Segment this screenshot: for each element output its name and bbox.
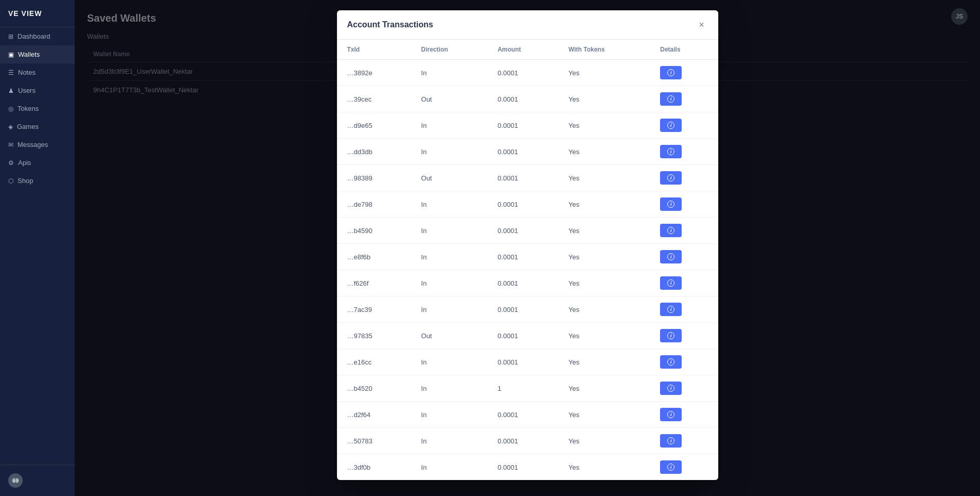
details-button[interactable]: i [660, 171, 682, 185]
col-direction: Direction [411, 40, 487, 60]
tx-details: i [650, 165, 718, 191]
details-button[interactable]: i [660, 197, 682, 211]
tx-direction: In [411, 218, 487, 244]
games-icon: ◈ [8, 123, 13, 130]
info-icon: i [667, 148, 674, 155]
tx-amount: 0.0001 [487, 402, 559, 428]
sidebar-bottom: 69 [0, 465, 75, 496]
sidebar-item-notes[interactable]: ☰ Notes [0, 63, 75, 81]
tx-with-tokens: Yes [558, 218, 650, 244]
sidebar-avatar: 69 [8, 473, 23, 488]
info-icon: i [667, 385, 674, 392]
details-button[interactable]: i [660, 250, 682, 263]
tx-details: i [650, 139, 718, 165]
tx-with-tokens: Yes [558, 112, 650, 139]
details-button[interactable]: i [660, 145, 682, 158]
tx-details: i [650, 349, 718, 375]
sidebar-item-users[interactable]: ♟ Users [0, 81, 75, 100]
sidebar-item-tokens[interactable]: ◎ Tokens [0, 100, 75, 118]
table-row: …97835 Out 0.0001 Yes i [337, 323, 718, 349]
tx-details: i [650, 270, 718, 296]
details-button[interactable]: i [660, 303, 682, 316]
sidebar-item-label: Tokens [18, 105, 39, 112]
tx-direction: In [411, 270, 487, 296]
notes-icon: ☰ [8, 69, 14, 76]
details-button[interactable]: i [660, 355, 682, 369]
table-row: …e16cc In 0.0001 Yes i [337, 349, 718, 375]
tx-direction: In [411, 60, 487, 86]
details-button[interactable]: i [660, 460, 682, 474]
table-row: …50783 In 0.0001 Yes i [337, 428, 718, 454]
details-button[interactable]: i [660, 382, 682, 395]
tx-direction: In [411, 349, 487, 375]
sidebar-item-messages[interactable]: ✉ Messages [0, 136, 75, 154]
tx-direction: In [411, 454, 487, 481]
info-icon: i [667, 95, 674, 103]
sidebar-item-label: Wallets [18, 51, 40, 58]
tx-id: …b4590 [337, 218, 411, 244]
table-row: …e8f6b In 0.0001 Yes i [337, 244, 718, 270]
tx-direction: In [411, 402, 487, 428]
tx-id: …97835 [337, 323, 411, 349]
details-button[interactable]: i [660, 66, 682, 79]
tx-direction: Out [411, 165, 487, 191]
details-button[interactable]: i [660, 434, 682, 448]
info-icon: i [667, 174, 674, 181]
sidebar-item-games[interactable]: ◈ Games [0, 118, 75, 136]
tx-id: …3892e [337, 60, 411, 86]
tx-with-tokens: Yes [558, 323, 650, 349]
apis-icon: ⚙ [8, 159, 14, 167]
details-button[interactable]: i [660, 119, 682, 132]
col-details: Details [650, 40, 718, 60]
tokens-icon: ◎ [8, 105, 13, 112]
table-row: …39cec Out 0.0001 Yes i [337, 86, 718, 112]
table-header: TxId Direction Amount With Tokens Detail… [337, 40, 718, 60]
tx-direction: Out [411, 86, 487, 112]
tx-amount: 0.0001 [487, 296, 559, 323]
tx-direction: In [411, 112, 487, 139]
details-button[interactable]: i [660, 329, 682, 342]
details-button[interactable]: i [660, 92, 682, 106]
table-row: …b4590 In 0.0001 Yes i [337, 218, 718, 244]
table-row: …de798 In 0.0001 Yes i [337, 191, 718, 218]
sidebar-item-label: Shop [18, 177, 33, 185]
tx-direction: In [411, 428, 487, 454]
tx-id: …98389 [337, 165, 411, 191]
details-button[interactable]: i [660, 408, 682, 421]
dashboard-icon: ⊞ [8, 33, 13, 40]
details-button[interactable]: i [660, 224, 682, 237]
table-row: …d2f64 In 0.0001 Yes i [337, 402, 718, 428]
col-with-tokens: With Tokens [558, 40, 650, 60]
modal-body: TxId Direction Amount With Tokens Detail… [337, 40, 718, 480]
tx-details: i [650, 323, 718, 349]
tx-direction: In [411, 191, 487, 218]
sidebar-item-shop[interactable]: ⬡ Shop [0, 172, 75, 190]
info-icon: i [667, 279, 674, 287]
tx-amount: 0.0001 [487, 112, 559, 139]
col-amount: Amount [487, 40, 559, 60]
table-row: …98389 Out 0.0001 Yes i [337, 165, 718, 191]
sidebar-item-dashboard[interactable]: ⊞ Dashboard [0, 27, 75, 45]
info-icon: i [667, 201, 674, 208]
info-icon: i [667, 437, 674, 444]
sidebar-item-apis[interactable]: ⚙ Apis [0, 154, 75, 172]
sidebar-item-wallets[interactable]: ▣ Wallets [0, 45, 75, 63]
sidebar: VE VIEW ⊞ Dashboard ▣ Wallets ☰ Notes ♟ … [0, 0, 75, 496]
tx-id: …50783 [337, 428, 411, 454]
modal-header: Account Transactions × [337, 10, 718, 40]
tx-id: …f626f [337, 270, 411, 296]
transactions-table: TxId Direction Amount With Tokens Detail… [337, 40, 718, 480]
tx-amount: 0.0001 [487, 428, 559, 454]
details-button[interactable]: i [660, 276, 682, 290]
main-content: JS Saved Wallets Wallets Wallet Name 2d5… [75, 0, 980, 496]
tx-id: …3df0b [337, 454, 411, 481]
sidebar-item-label: Games [17, 123, 39, 130]
tx-details: i [650, 454, 718, 481]
tx-details: i [650, 218, 718, 244]
tx-amount: 0.0001 [487, 165, 559, 191]
table-row: …d9e65 In 0.0001 Yes i [337, 112, 718, 139]
modal-close-button[interactable]: × [696, 19, 708, 31]
tx-details: i [650, 112, 718, 139]
tx-direction: In [411, 375, 487, 402]
table-row: …b4520 In 1 Yes i [337, 375, 718, 402]
